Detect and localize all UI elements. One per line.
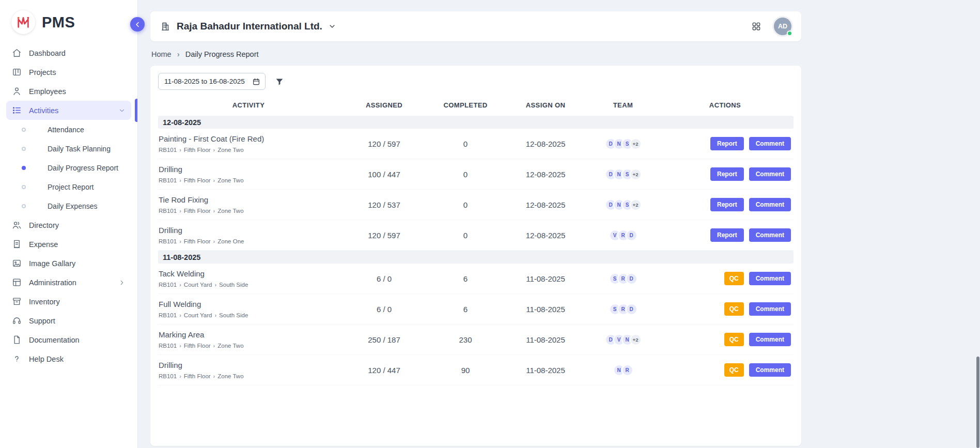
apps-grid-icon[interactable]	[751, 21, 761, 32]
activity-path: RB101›Fifth Floor›Zone One	[159, 238, 339, 244]
inventory-icon	[12, 297, 22, 306]
company-selector[interactable]: Raja Bahadur International Ltd.	[177, 21, 336, 32]
chevron-right-icon: ›	[213, 238, 215, 244]
assign-on-value: 12-08-2025	[502, 231, 589, 240]
team-member-avatar[interactable]: D	[626, 303, 637, 315]
logo-text: PMS	[42, 14, 75, 31]
sidebar-subitem-project-report[interactable]: Project Report	[6, 177, 131, 196]
filter-icon[interactable]	[275, 77, 284, 86]
sidebar-subitem-label: Daily Task Planning	[48, 145, 111, 153]
qc-button[interactable]: QC	[724, 333, 744, 346]
sidebar-item-administration[interactable]: Administration	[6, 273, 131, 292]
report-button[interactable]: Report	[710, 137, 744, 150]
column-header-actions: ACTIONS	[657, 101, 794, 109]
sidebar-item-inventory[interactable]: Inventory	[6, 292, 131, 311]
qc-button[interactable]: QC	[724, 302, 744, 316]
chevron-right-icon: ›	[214, 282, 216, 288]
table-row: Tack Welding RB101›Court Yard›South Side…	[158, 264, 794, 294]
chevron-down-icon	[328, 22, 336, 30]
sidebar-subitem-daily-expenses[interactable]: Daily Expenses	[6, 196, 131, 215]
assigned-value: 120 / 597	[339, 231, 429, 240]
team-extra-count[interactable]: +2	[630, 168, 642, 180]
page-scrollbar[interactable]	[976, 357, 979, 448]
sidebar-item-directory[interactable]: Directory	[6, 215, 131, 235]
sidebar-item-label: Directory	[29, 221, 59, 229]
sidebar-item-label: Employees	[29, 87, 66, 96]
sidebar-subitem-attendance[interactable]: Attendance	[6, 120, 131, 139]
report-button[interactable]: Report	[710, 198, 744, 211]
team-member-avatar[interactable]: R	[621, 364, 633, 376]
column-header-assign-on: ASSIGN ON	[502, 101, 589, 109]
path-segment: Fifth Floor	[184, 343, 211, 349]
bullet-icon	[22, 128, 26, 132]
team-extra-count[interactable]: +2	[630, 334, 642, 346]
comment-button[interactable]: Comment	[749, 333, 791, 346]
assign-on-value: 12-08-2025	[502, 170, 589, 179]
team-avatars: VRD	[589, 229, 657, 241]
row-actions: QCComment	[657, 272, 794, 285]
activity-cell: Marking Area RB101›Fifth Floor›Zone Two	[158, 330, 339, 349]
chevron-right-icon: ›	[179, 208, 181, 214]
assigned-value: 120 / 597	[339, 140, 429, 148]
breadcrumb-home[interactable]: Home	[151, 50, 172, 58]
report-button[interactable]: Report	[710, 228, 744, 242]
completed-value: 0	[429, 140, 502, 148]
row-actions: ReportComment	[657, 167, 794, 181]
table-row: Drilling RB101›Fifth Floor›Zone Two 120 …	[158, 355, 794, 385]
sidebar-item-label: Help Desk	[29, 355, 64, 363]
sidebar-subitem-daily-task-planning[interactable]: Daily Task Planning	[6, 139, 131, 158]
sidebar-item-projects[interactable]: Projects	[6, 63, 131, 82]
user-avatar[interactable]: AD	[774, 18, 791, 35]
activity-path: RB101›Fifth Floor›Zone Two	[159, 208, 339, 214]
comment-button[interactable]: Comment	[749, 363, 791, 377]
path-segment: Zone One	[217, 238, 244, 244]
path-segment: Court Yard	[184, 312, 212, 318]
comment-button[interactable]: Comment	[749, 137, 791, 150]
comment-button[interactable]: Comment	[749, 167, 791, 181]
chevron-right-icon: ›	[213, 343, 215, 349]
date-range-input[interactable]: 11-08-2025 to 16-08-2025	[158, 73, 266, 90]
sidebar-item-expense[interactable]: Expense	[6, 235, 131, 254]
team-extra-count[interactable]: +2	[630, 199, 642, 211]
team-avatars: DVN+2	[589, 334, 657, 346]
team-extra-count[interactable]: +2	[630, 138, 642, 150]
team-member-avatar[interactable]: D	[626, 273, 637, 285]
qc-button[interactable]: QC	[724, 272, 744, 285]
sidebar-item-dashboard[interactable]: Dashboard	[6, 43, 131, 63]
comment-button[interactable]: Comment	[749, 302, 791, 316]
column-header-activity: ACTIVITY	[158, 101, 339, 109]
sidebar-item-support[interactable]: Support	[6, 311, 131, 330]
sidebar-item-help-desk[interactable]: Help Desk	[6, 349, 131, 368]
table-body: 12-08-2025 Painting - First Coat (Fire R…	[158, 116, 794, 385]
activity-cell: Full Welding RB101›Court Yard›South Side	[158, 300, 339, 318]
breadcrumb-current: Daily Progress Report	[185, 50, 259, 58]
table-row: Full Welding RB101›Court Yard›South Side…	[158, 294, 794, 325]
chevron-right-icon: ›	[179, 373, 181, 379]
sidebar-collapse-button[interactable]	[130, 17, 145, 32]
report-button[interactable]: Report	[710, 167, 744, 181]
expense-icon	[12, 239, 22, 249]
chevron-right-icon	[118, 279, 126, 286]
qc-button[interactable]: QC	[724, 363, 744, 377]
chevron-right-icon: ›	[177, 50, 180, 58]
comment-button[interactable]: Comment	[749, 228, 791, 242]
projects-icon	[12, 67, 22, 77]
sidebar-item-documentation[interactable]: Documentation	[6, 330, 131, 349]
sidebar-item-employees[interactable]: Employees	[6, 82, 131, 101]
path-segment: RB101	[159, 343, 177, 349]
completed-value: 0	[429, 170, 502, 179]
team-member-avatar[interactable]: D	[626, 229, 637, 241]
row-actions: QCComment	[657, 333, 794, 346]
activity-cell: Drilling RB101›Fifth Floor›Zone One	[158, 226, 339, 244]
comment-button[interactable]: Comment	[749, 272, 791, 285]
sidebar-item-image-gallary[interactable]: Image Gallary	[6, 254, 131, 273]
comment-button[interactable]: Comment	[749, 198, 791, 211]
table-header: ACTIVITYASSIGNEDCOMPLETEDASSIGN ONTEAMAC…	[158, 94, 794, 116]
team-avatars: DNS+2	[589, 138, 657, 150]
sidebar-item-activities[interactable]: Activities	[6, 101, 131, 120]
sidebar-subitem-daily-progress-report[interactable]: Daily Progress Report	[6, 158, 131, 177]
team-avatars: DNS+2	[589, 168, 657, 180]
activity-path: RB101›Fifth Floor›Zone Two	[159, 177, 339, 183]
sidebar-subitem-label: Daily Expenses	[48, 202, 98, 210]
path-segment: RB101	[159, 312, 177, 318]
